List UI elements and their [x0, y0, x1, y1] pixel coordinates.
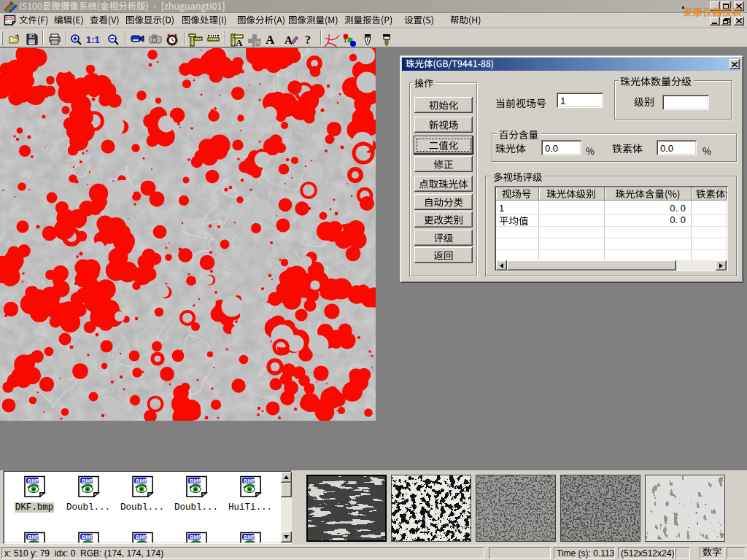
svg-text:BMP: BMP: [136, 534, 148, 540]
svg-text:A: A: [266, 34, 275, 45]
svg-text:BMP: BMP: [82, 478, 94, 484]
svg-text:BMP: BMP: [28, 478, 40, 484]
svg-text:BMP: BMP: [190, 478, 202, 484]
svg-text:BMP: BMP: [244, 478, 256, 484]
svg-text:BMP: BMP: [82, 534, 94, 540]
svg-text:A: A: [236, 37, 243, 47]
svg-text:BMP: BMP: [244, 534, 256, 540]
svg-text:BMP: BMP: [28, 534, 40, 540]
svg-text:?: ?: [305, 34, 311, 45]
svg-text:BMP: BMP: [136, 478, 148, 484]
svg-text:BMP: BMP: [190, 534, 202, 540]
svg-text:1:1: 1:1: [86, 34, 100, 45]
svg-text:1: 1: [344, 37, 347, 44]
svg-text:DOC: DOC: [5, 16, 16, 21]
